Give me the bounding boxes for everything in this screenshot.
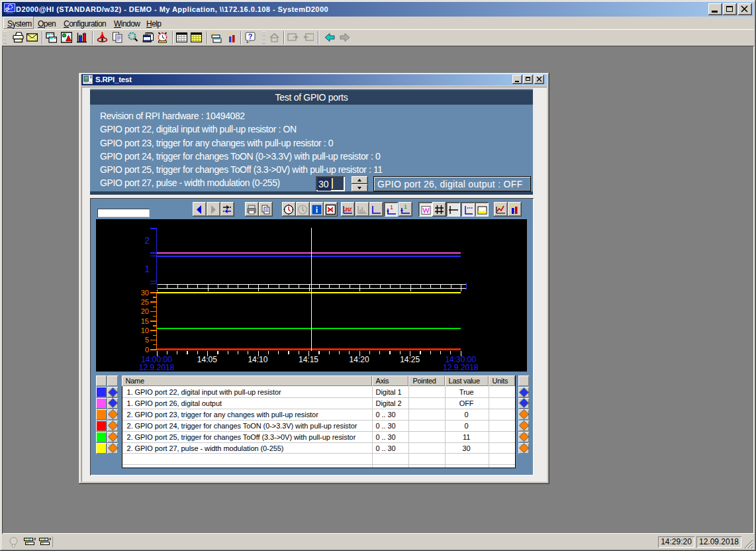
svg-text:20: 20 (141, 307, 149, 315)
svg-text:14:20: 14:20 (350, 355, 369, 364)
svg-text:1: 1 (144, 264, 150, 274)
svg-text:30: 30 (141, 289, 149, 297)
svg-text:2: 2 (144, 235, 150, 246)
svg-text:1: 1 (404, 203, 407, 210)
svg-text:14:05: 14:05 (197, 355, 217, 364)
svg-text:12.9.2018: 12.9.2018 (443, 363, 479, 372)
svg-text:14:15: 14:15 (299, 355, 318, 364)
svg-text:?: ? (248, 32, 253, 40)
svg-text:0: 0 (145, 346, 149, 354)
svg-text:15: 15 (141, 317, 149, 325)
svg-text:25: 25 (141, 298, 149, 306)
svg-text:12.9.2018: 12.9.2018 (139, 363, 175, 372)
svg-text:1: 1 (390, 204, 393, 211)
svg-text:5: 5 (145, 336, 149, 344)
svg-text:14:10: 14:10 (248, 355, 267, 364)
svg-text:10: 10 (141, 326, 149, 334)
svg-text:14:25: 14:25 (400, 355, 420, 364)
